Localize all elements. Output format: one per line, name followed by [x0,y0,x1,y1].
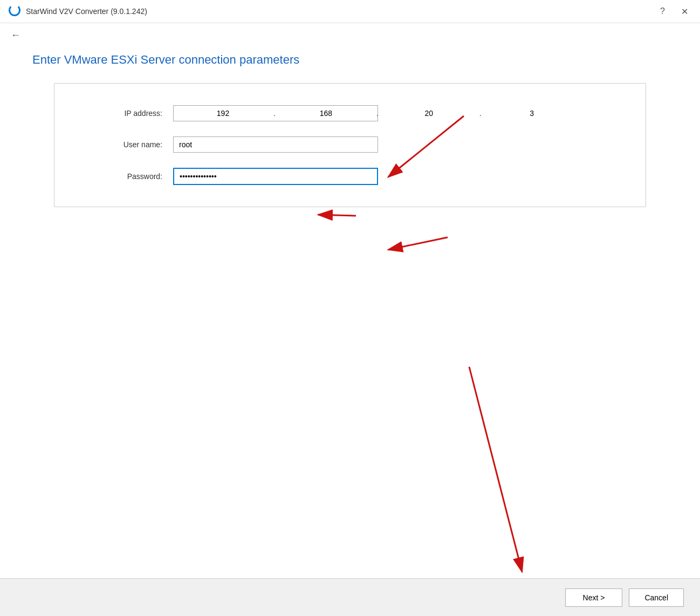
ip-octet-1[interactable] [174,106,272,121]
ip-octet-2[interactable] [277,106,375,121]
ip-octet-4[interactable] [483,106,581,121]
ip-dot-2: . [375,109,380,118]
form-box: IP address: . . . User name: Password: [54,83,646,207]
svg-line-3 [388,237,448,250]
help-button[interactable]: ? [657,5,668,17]
username-label: User name: [87,140,173,149]
ip-address-field: . . . [173,105,378,121]
titlebar-right: ? ✕ [657,5,691,18]
password-row: Password: [87,168,613,185]
ip-dot-1: . [272,109,277,118]
ip-octet-3[interactable] [380,106,478,121]
ip-label: IP address: [87,109,173,118]
app-logo [9,4,20,18]
password-input[interactable] [173,168,378,185]
password-label: Password: [87,172,173,181]
username-input[interactable] [173,136,378,153]
ip-address-row: IP address: . . . [87,105,613,121]
titlebar: StarWind V2V Converter (9.0.1.242) ? ✕ [0,0,700,23]
cancel-button[interactable]: Cancel [629,588,684,607]
back-button[interactable]: ← [11,30,20,41]
bottom-bar: Next > Cancel [0,578,700,616]
page-heading: Enter VMware ESXi Server connection para… [32,53,668,67]
nav-area: ← [0,23,700,47]
close-button[interactable]: ✕ [678,5,691,18]
titlebar-left: StarWind V2V Converter (9.0.1.242) [9,4,147,18]
main-content: Enter VMware ESXi Server connection para… [0,47,700,218]
ip-dot-3: . [478,109,483,118]
next-button[interactable]: Next > [565,588,623,607]
username-row: User name: [87,136,613,153]
app-title: StarWind V2V Converter (9.0.1.242) [26,7,147,16]
svg-line-4 [469,367,522,572]
